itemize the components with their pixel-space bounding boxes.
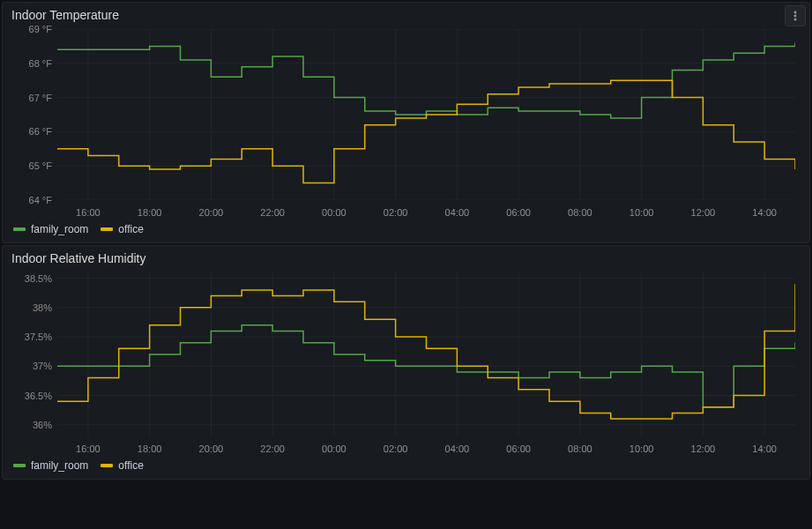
legend-label: family_room xyxy=(31,459,88,472)
legend-label: family_room xyxy=(31,223,88,235)
svg-point-2 xyxy=(794,19,796,20)
x-tick-label: 04:00 xyxy=(445,207,470,218)
plot-area xyxy=(57,272,795,436)
x-tick-label: 12:00 xyxy=(691,207,716,218)
x-tick-label: 16:00 xyxy=(76,207,101,218)
y-tick-label: 38.5% xyxy=(25,273,52,284)
panel-title: Indoor Temperature xyxy=(11,8,801,22)
legend-label: office xyxy=(118,223,143,235)
svg-point-1 xyxy=(794,15,796,17)
x-tick-label: 22:00 xyxy=(260,207,285,218)
x-tick-label: 06:00 xyxy=(506,207,531,218)
legend-item-office[interactable]: office xyxy=(101,223,143,235)
x-tick-label: 10:00 xyxy=(629,207,654,218)
temperature-panel: Indoor Temperature 64 °F65 °F66 °F67 °F6… xyxy=(2,2,810,243)
x-axis: 16:0018:0020:0022:0000:0002:0004:0006:00… xyxy=(57,204,795,221)
x-tick-label: 04:00 xyxy=(445,443,470,454)
kebab-icon xyxy=(789,10,801,22)
y-tick-label: 69 °F xyxy=(29,24,52,34)
y-tick-label: 37% xyxy=(33,361,52,371)
swatch-icon xyxy=(101,464,113,467)
x-tick-label: 18:00 xyxy=(138,207,162,218)
x-tick-label: 14:00 xyxy=(752,207,777,218)
x-tick-label: 20:00 xyxy=(199,443,224,454)
panel-menu-button[interactable] xyxy=(785,5,806,26)
legend-label: office xyxy=(118,459,143,472)
y-axis: 64 °F65 °F66 °F67 °F68 °F69 °F xyxy=(11,29,56,200)
y-tick-label: 36% xyxy=(33,420,52,430)
x-tick-label: 06:00 xyxy=(506,443,531,454)
x-tick-label: 12:00 xyxy=(691,443,716,454)
y-tick-label: 37.5% xyxy=(25,332,52,342)
x-tick-label: 02:00 xyxy=(384,207,408,218)
y-tick-label: 66 °F xyxy=(29,126,52,137)
plot-area xyxy=(57,29,795,200)
y-tick-label: 67 °F xyxy=(29,93,52,103)
legend: family_room office xyxy=(11,223,801,235)
swatch-icon xyxy=(13,227,26,231)
x-tick-label: 20:00 xyxy=(199,207,224,218)
x-tick-label: 00:00 xyxy=(322,207,346,218)
legend: family_room office xyxy=(11,459,801,472)
swatch-icon xyxy=(13,464,26,467)
x-tick-label: 22:00 xyxy=(260,443,285,454)
temperature-chart[interactable]: 64 °F65 °F66 °F67 °F68 °F69 °F 16:0018:0… xyxy=(11,27,801,221)
x-tick-label: 16:00 xyxy=(76,443,101,454)
legend-item-family-room[interactable]: family_room xyxy=(13,223,88,235)
y-tick-label: 65 °F xyxy=(29,160,52,171)
y-tick-label: 64 °F xyxy=(29,195,52,205)
x-tick-label: 08:00 xyxy=(568,207,592,218)
humidity-panel: Indoor Relative Humidity 36%36.5%37%37.5… xyxy=(2,245,810,480)
y-axis: 36%36.5%37%37.5%38%38.5% xyxy=(11,272,56,436)
y-tick-label: 36.5% xyxy=(25,391,52,401)
y-tick-label: 38% xyxy=(33,302,52,313)
x-tick-label: 08:00 xyxy=(568,443,592,454)
x-tick-label: 18:00 xyxy=(138,443,162,454)
svg-point-0 xyxy=(794,11,796,13)
legend-item-office[interactable]: office xyxy=(101,459,143,472)
swatch-icon xyxy=(101,227,113,231)
legend-item-family-room[interactable]: family_room xyxy=(13,459,88,472)
x-tick-label: 14:00 xyxy=(752,443,777,454)
humidity-chart[interactable]: 36%36.5%37%37.5%38%38.5% 16:0018:0020:00… xyxy=(11,271,801,458)
x-axis: 16:0018:0020:0022:0000:0002:0004:0006:00… xyxy=(57,440,795,458)
panel-title: Indoor Relative Humidity xyxy=(11,251,801,265)
x-tick-label: 02:00 xyxy=(384,443,408,454)
x-tick-label: 00:00 xyxy=(322,443,346,454)
y-tick-label: 68 °F xyxy=(29,58,52,69)
x-tick-label: 10:00 xyxy=(629,443,654,454)
